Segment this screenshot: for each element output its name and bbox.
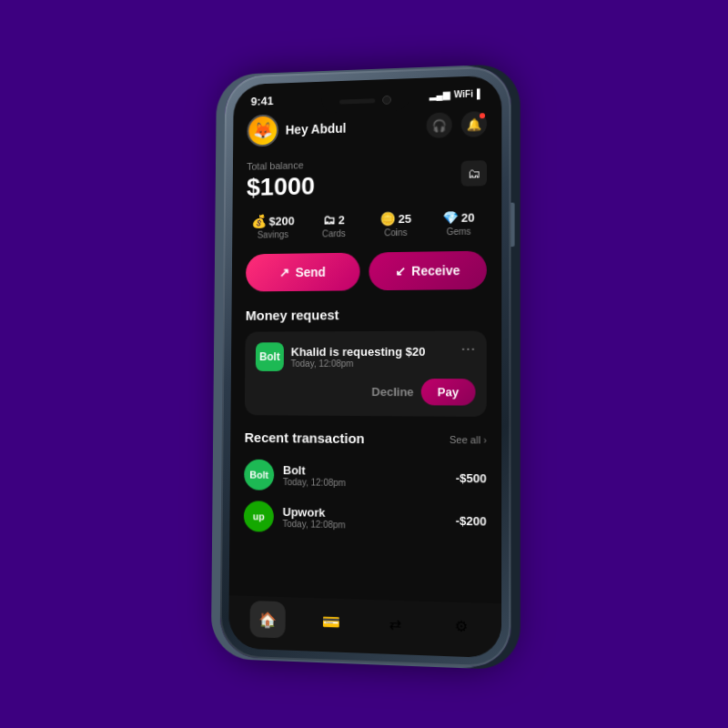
savings-label: Savings bbox=[258, 229, 288, 239]
notification-bell-icon[interactable]: 🔔 bbox=[461, 111, 487, 137]
cards-label: Cards bbox=[322, 228, 346, 238]
stat-gems[interactable]: 💎 20 Gems bbox=[430, 209, 487, 237]
receive-arrow-icon: ↙ bbox=[395, 264, 406, 278]
transactions-title: Recent transaction bbox=[245, 430, 365, 446]
power-button[interactable] bbox=[511, 203, 514, 248]
transaction-item-bolt[interactable]: Bolt Bolt Today, 12:08pm -$500 bbox=[244, 454, 487, 500]
receive-label: Receive bbox=[411, 263, 460, 278]
receive-button[interactable]: ↙ Receive bbox=[369, 251, 487, 291]
bolt-transaction-info: Bolt Today, 12:08pm bbox=[283, 463, 447, 490]
status-icons: ▂▄▆ WiFi ▌ bbox=[430, 88, 484, 100]
balance-section: Total balance $1000 🗂 bbox=[247, 155, 487, 202]
gems-emoji: 💎 bbox=[443, 210, 459, 225]
decline-button[interactable]: Decline bbox=[371, 385, 413, 399]
send-label: Send bbox=[295, 265, 325, 279]
transfer-icon: ⇄ bbox=[389, 614, 401, 632]
send-button[interactable]: ↗ Send bbox=[246, 253, 360, 292]
action-buttons: ↗ Send ↙ Receive bbox=[246, 251, 487, 292]
upwork-logo: up bbox=[244, 500, 274, 532]
cards-value: 2 bbox=[339, 213, 345, 227]
camera-notch bbox=[382, 96, 391, 105]
requester-logo: Bolt bbox=[256, 342, 284, 371]
cards-nav-icon: 💳 bbox=[321, 612, 339, 631]
speaker-notch bbox=[339, 98, 375, 104]
request-actions: Decline Pay bbox=[256, 379, 476, 406]
volume-down-button[interactable] bbox=[220, 228, 224, 257]
bolt-logo: Bolt bbox=[244, 460, 274, 490]
bolt-time: Today, 12:08pm bbox=[283, 477, 447, 490]
savings-emoji: 💰 bbox=[251, 214, 266, 228]
bolt-amount: -$500 bbox=[456, 470, 487, 485]
stat-cards[interactable]: 🗂 2 Cards bbox=[307, 212, 361, 239]
request-info: Khalid is requesting $20 Today, 12:08pm bbox=[291, 345, 476, 369]
transaction-item-upwork[interactable]: up Upwork Today, 12:08pm -$200 bbox=[244, 495, 487, 542]
headphone-icon[interactable]: 🎧 bbox=[427, 112, 452, 138]
signal-icon: ▂▄▆ bbox=[430, 90, 450, 101]
nav-cards[interactable]: 💳 bbox=[312, 602, 349, 641]
upwork-time: Today, 12:08pm bbox=[282, 519, 446, 532]
gems-label: Gems bbox=[447, 227, 471, 237]
stats-row: 💰 $200 Savings 🗂 2 Cards 🪙 25 bbox=[247, 209, 487, 239]
upwork-amount: -$200 bbox=[456, 513, 487, 528]
nav-home[interactable]: 🏠 bbox=[249, 601, 285, 638]
battery-icon: ▌ bbox=[477, 88, 483, 98]
savings-value: $200 bbox=[269, 214, 295, 228]
status-time: 9:41 bbox=[251, 94, 274, 107]
wifi-icon: WiFi bbox=[454, 89, 473, 100]
volume-up-button[interactable] bbox=[220, 191, 224, 219]
settings-icon: ⚙ bbox=[454, 617, 467, 635]
header-icons: 🎧 🔔 bbox=[427, 111, 487, 138]
money-request-card: Bolt Khalid is requesting $20 Today, 12:… bbox=[245, 330, 487, 416]
see-all-label: See all bbox=[450, 433, 480, 445]
balance-card-icon[interactable]: 🗂 bbox=[461, 160, 487, 187]
coins-emoji: 🪙 bbox=[380, 211, 396, 226]
send-arrow-icon: ↗ bbox=[279, 265, 290, 279]
phone-screen: 9:41 ▂▄▆ WiFi ▌ 🦊 Hey Abdul 🎧 🔔 bbox=[228, 76, 501, 659]
greeting-text: Hey Abdul bbox=[286, 121, 347, 137]
see-all-arrow-icon: › bbox=[483, 435, 486, 445]
header-left: 🦊 Hey Abdul bbox=[247, 112, 346, 147]
request-time: Today, 12:08pm bbox=[291, 359, 476, 369]
coins-label: Coins bbox=[384, 228, 407, 238]
requester-name: Khalid is requesting $20 bbox=[291, 345, 476, 359]
request-options-icon[interactable]: ⋯ bbox=[460, 340, 475, 358]
cards-emoji: 🗂 bbox=[323, 213, 336, 228]
nav-transfer[interactable]: ⇄ bbox=[377, 604, 413, 642]
notch bbox=[320, 87, 410, 114]
avatar: 🦊 bbox=[247, 115, 278, 147]
phone-device: 9:41 ▂▄▆ WiFi ▌ 🦊 Hey Abdul 🎧 🔔 bbox=[219, 66, 511, 668]
coins-value: 25 bbox=[399, 211, 411, 225]
transactions-header: Recent transaction See all › bbox=[245, 430, 487, 448]
request-header: Bolt Khalid is requesting $20 Today, 12:… bbox=[256, 342, 476, 371]
stat-savings[interactable]: 💰 $200 Savings bbox=[247, 213, 300, 239]
see-all-link[interactable]: See all › bbox=[450, 433, 487, 445]
gems-value: 20 bbox=[461, 210, 475, 224]
upwork-transaction-info: Upwork Today, 12:08pm bbox=[282, 505, 446, 532]
home-icon: 🏠 bbox=[258, 611, 277, 629]
money-request-title: Money request bbox=[246, 306, 487, 323]
stat-coins[interactable]: 🪙 25 Coins bbox=[369, 211, 424, 238]
pay-button[interactable]: Pay bbox=[421, 379, 476, 406]
bottom-nav: 🏠 💳 ⇄ ⚙ bbox=[228, 595, 501, 658]
balance-amount: $1000 bbox=[247, 172, 315, 202]
nav-settings[interactable]: ⚙ bbox=[442, 607, 480, 646]
app-content: 🦊 Hey Abdul 🎧 🔔 Total balance $1000 🗂 bbox=[228, 104, 501, 646]
